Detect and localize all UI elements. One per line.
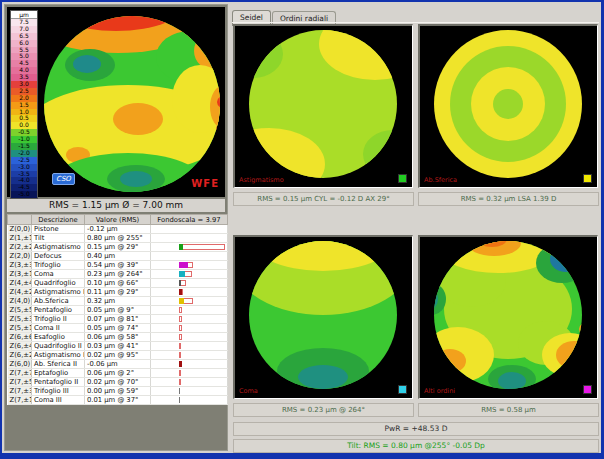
value-bar-fill bbox=[179, 271, 185, 277]
value-bar-tick bbox=[179, 388, 180, 394]
aberration-value: 0.40 µm bbox=[85, 252, 151, 261]
zernike-index: Z(3,±3) bbox=[8, 261, 32, 270]
table-row[interactable]: Z(1,±1)Tilt0.80 µm @ 255° bbox=[8, 234, 228, 243]
aberration-name: Esafoglio bbox=[32, 333, 85, 342]
astigmatismo-rms-readout: RMS = 0.15 µm CYL = -0.12 D AX 29° bbox=[233, 192, 414, 206]
scale-level: 0.0 bbox=[11, 122, 37, 129]
wfe-map-area: µm 7.57.06.56.05.55.04.54.03.53.02.52.01… bbox=[7, 7, 225, 197]
table-row[interactable]: Z(5,±1)Coma II0.05 µm @ 74° bbox=[8, 324, 228, 333]
scale-level: 6.5 bbox=[11, 33, 37, 40]
aberration-value: 0.06 µm @ 58° bbox=[85, 333, 151, 342]
aberration-name: Pentafoglio II bbox=[32, 378, 85, 387]
table-row[interactable]: Z(4,±2)Astigmatismo II0.11 µm @ 29° bbox=[8, 288, 228, 297]
zernike-index: Z(4,±4) bbox=[8, 279, 32, 288]
astigmatismo-contour-canvas bbox=[235, 26, 412, 187]
fondoscala-cell bbox=[151, 252, 228, 261]
cso-logo: CSO bbox=[52, 173, 75, 185]
aberration-value: -0.06 µm bbox=[85, 360, 151, 369]
table-row[interactable]: Z(3,±1)Coma0.23 µm @ 264° bbox=[8, 270, 228, 279]
value-bar bbox=[179, 397, 225, 403]
table-row[interactable]: Z(7,±7)Eptafoglio0.06 µm @ 2° bbox=[8, 369, 228, 378]
aberration-name: Trifoglio bbox=[32, 261, 85, 270]
table-row[interactable]: Z(3,±3)Trifoglio0.54 µm @ 39° bbox=[8, 261, 228, 270]
seidel-map-astigmatismo[interactable]: Astigmatismo bbox=[233, 24, 413, 188]
table-row[interactable]: Z(2,±2)Astigmatismo0.15 µm @ 29° bbox=[8, 243, 228, 252]
aberration-name: Quadrifoglio II bbox=[32, 342, 85, 351]
scale-level: -2.0 bbox=[11, 150, 37, 157]
table-row[interactable]: Z(4,0)Ab.Sferica0.32 µm bbox=[8, 297, 228, 306]
aberration-name: Astigmatismo bbox=[32, 243, 85, 252]
seidel-map-alti-ordini[interactable]: Alti ordini bbox=[418, 235, 598, 399]
fondoscala-cell bbox=[151, 315, 228, 324]
aberration-value: 0.80 µm @ 255° bbox=[85, 234, 151, 243]
col-zernike bbox=[8, 215, 32, 225]
value-bar bbox=[179, 307, 225, 313]
coma-rms-readout: RMS = 0.23 µm @ 264° bbox=[233, 403, 414, 417]
value-bar bbox=[179, 334, 225, 340]
value-bar-outline bbox=[179, 316, 182, 322]
scale-level: 7.5 bbox=[11, 19, 37, 26]
zernike-index: Z(7,±7) bbox=[8, 369, 32, 378]
value-bar-outline bbox=[179, 370, 181, 376]
value-bar-fill bbox=[179, 289, 182, 295]
table-row[interactable]: Z(7,±5)Pentafoglio II0.02 µm @ 70° bbox=[8, 378, 228, 387]
scale-level: 2.5 bbox=[11, 88, 37, 95]
value-bar-fill bbox=[179, 280, 181, 286]
value-bar-outline bbox=[179, 325, 182, 331]
aberration-value: 0.23 µm @ 264° bbox=[85, 270, 151, 279]
zernike-index: Z(3,±1) bbox=[8, 270, 32, 279]
value-bar bbox=[179, 316, 225, 322]
fondoscala-cell bbox=[151, 279, 228, 288]
table-row[interactable]: Z(5,±5)Pentafoglio0.05 µm @ 9° bbox=[8, 306, 228, 315]
value-bar-fill bbox=[179, 244, 183, 250]
map-label-coma: Coma bbox=[239, 387, 258, 395]
table-row[interactable]: Z(6,0)Ab. Sferica II-0.06 µm bbox=[8, 360, 228, 369]
seidel-map-absferica[interactable]: Ab.Sferica bbox=[418, 24, 598, 188]
value-bar bbox=[179, 343, 225, 349]
value-bar-outline bbox=[179, 334, 182, 340]
wfe-map[interactable]: CSO WFE bbox=[40, 7, 225, 197]
seidel-panel: SeidelOrdini radiali Astigmatismo RMS = … bbox=[230, 2, 601, 453]
fondoscala-cell bbox=[151, 306, 228, 315]
scale-level: 7.0 bbox=[11, 26, 37, 33]
value-bar bbox=[179, 352, 225, 358]
table-row[interactable]: Z(6,±6)Esafoglio0.06 µm @ 58° bbox=[8, 333, 228, 342]
zernike-index: Z(5,±5) bbox=[8, 306, 32, 315]
fondoscala-cell bbox=[151, 225, 228, 234]
wfe-rms-readout: RMS = 1.15 µm Ø = 7.00 mm bbox=[7, 199, 225, 212]
table-row[interactable]: Z(6,±2)Astigmatismo III0.02 µm @ 95° bbox=[8, 351, 228, 360]
value-bar bbox=[179, 271, 225, 277]
value-bar-fill bbox=[179, 262, 188, 268]
table-row[interactable]: Z(5,±3)Trifoglio II0.07 µm @ 81° bbox=[8, 315, 228, 324]
zernike-index: Z(4,±2) bbox=[8, 288, 32, 297]
table-row[interactable]: Z(2,0)Defocus0.40 µm bbox=[8, 252, 228, 261]
fondoscala-cell bbox=[151, 342, 228, 351]
scale-level: -3.0 bbox=[11, 164, 37, 171]
scale-level: -1.0 bbox=[11, 136, 37, 143]
scale-level: -0.5 bbox=[11, 129, 37, 136]
zernike-index: Z(4,0) bbox=[8, 297, 32, 306]
aberration-name: Pentafoglio bbox=[32, 306, 85, 315]
zernike-index: Z(7,±3) bbox=[8, 387, 32, 396]
zernike-index: Z(6,±6) bbox=[8, 333, 32, 342]
aberration-value: 0.03 µm @ 41° bbox=[85, 342, 151, 351]
aberration-value: 0.06 µm @ 2° bbox=[85, 369, 151, 378]
aberration-name: Tilt bbox=[32, 234, 85, 243]
zernike-index: Z(2,0) bbox=[8, 252, 32, 261]
scale-level: 1.0 bbox=[11, 109, 37, 116]
value-bar-fill bbox=[179, 361, 182, 367]
fondoscala-cell bbox=[151, 324, 228, 333]
table-row[interactable]: Z(6,±4)Quadrifoglio II0.03 µm @ 41° bbox=[8, 342, 228, 351]
table-row[interactable]: Z(7,±3)Trifoglio III0.00 µm @ 59° bbox=[8, 387, 228, 396]
value-bar bbox=[179, 280, 225, 286]
table-row[interactable]: Z(7,±1)Coma III0.01 µm @ 37° bbox=[8, 396, 228, 405]
absferica-swatch bbox=[583, 174, 592, 183]
table-row[interactable]: Z(0,0)Pistone-0.12 µm bbox=[8, 225, 228, 234]
zernike-table[interactable]: Descrizione Valore (RMS) Fondoscala = 3.… bbox=[7, 214, 228, 405]
table-row[interactable]: Z(4,±4)Quadrifoglio0.10 µm @ 66° bbox=[8, 279, 228, 288]
col-valore: Valore (RMS) bbox=[85, 215, 151, 225]
scale-level: 2.0 bbox=[11, 95, 37, 102]
seidel-map-coma[interactable]: Coma bbox=[233, 235, 413, 399]
col-descrizione: Descrizione bbox=[32, 215, 85, 225]
zernike-index: Z(2,±2) bbox=[8, 243, 32, 252]
